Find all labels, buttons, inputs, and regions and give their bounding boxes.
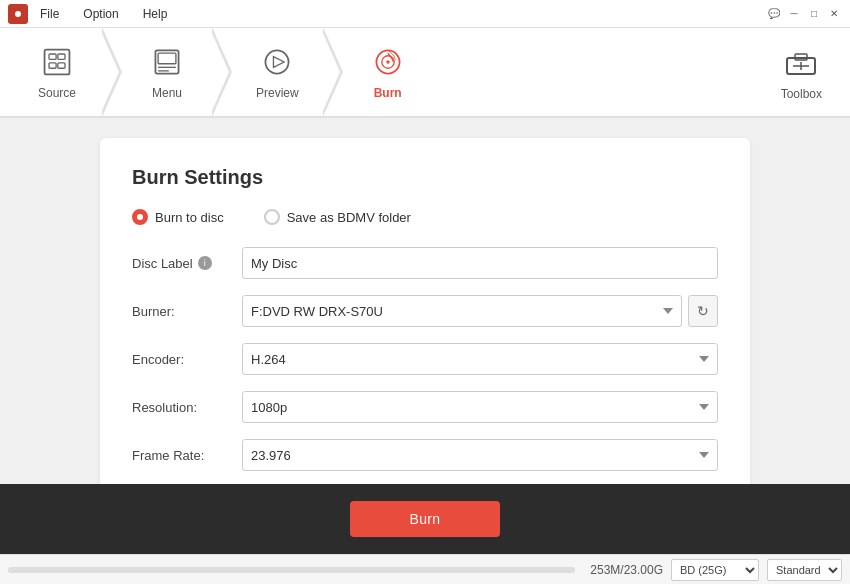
status-bar: 253M/23.00G BD (25G) DVD (4.7G) DVD (8.5… [0, 554, 850, 584]
burner-row: Burner: F:DVD RW DRX-S70U ↻ [132, 295, 718, 327]
progress-bar [8, 567, 575, 573]
svg-point-1 [15, 11, 21, 17]
menu-help[interactable]: Help [139, 5, 172, 23]
nav-step-burn[interactable]: Burn [343, 28, 433, 116]
burn-to-disc-label: Burn to disc [155, 210, 224, 225]
preview-icon [259, 44, 295, 80]
menu-label: Menu [152, 86, 182, 100]
burner-select[interactable]: F:DVD RW DRX-S70U [242, 295, 682, 327]
window-controls: 💬 ─ □ ✕ [766, 6, 842, 22]
menu-icon [149, 44, 185, 80]
chat-icon[interactable]: 💬 [766, 6, 782, 22]
svg-point-15 [386, 60, 390, 64]
disc-label-info-icon[interactable]: i [198, 256, 212, 270]
close-button[interactable]: ✕ [826, 6, 842, 22]
svg-rect-4 [58, 54, 65, 59]
settings-title: Burn Settings [132, 166, 718, 189]
frame-rate-row: Frame Rate: 23.976 24 25 29.97 30 [132, 439, 718, 471]
settings-card: Burn Settings Burn to disc Save as BDMV … [100, 138, 750, 484]
burn-mode-group: Burn to disc Save as BDMV folder [132, 209, 718, 225]
title-bar: File Option Help 💬 ─ □ ✕ [0, 0, 850, 28]
nav-step-menu[interactable]: Menu [122, 28, 212, 116]
arrow-3 [323, 27, 343, 117]
burn-to-disc-option[interactable]: Burn to disc [132, 209, 224, 225]
toolbox-icon [783, 44, 819, 83]
disc-label-row: Disc Label i [132, 247, 718, 279]
disc-label-input[interactable] [242, 247, 718, 279]
save-as-bdmv-radio[interactable] [264, 209, 280, 225]
frame-rate-label: Frame Rate: [132, 448, 242, 463]
disc-label-label: Disc Label i [132, 256, 242, 271]
resolution-row: Resolution: 1080p 720p 480p [132, 391, 718, 423]
save-as-bdmv-label: Save as BDMV folder [287, 210, 411, 225]
nav-toolbar: Source Menu [0, 28, 850, 118]
svg-rect-2 [45, 50, 70, 75]
svg-rect-7 [155, 50, 178, 73]
encoder-row: Encoder: H.264 H.265 MPEG-2 [132, 343, 718, 375]
toolbox-button[interactable]: Toolbox [765, 36, 838, 109]
nav-steps: Source Menu [12, 28, 765, 116]
save-as-bdmv-option[interactable]: Save as BDMV folder [264, 209, 411, 225]
preview-label: Preview [256, 86, 299, 100]
nav-step-source[interactable]: Source [12, 28, 102, 116]
quality-select[interactable]: Standard High Best [767, 559, 842, 581]
menu-option[interactable]: Option [79, 5, 122, 23]
burn-to-disc-radio[interactable] [132, 209, 148, 225]
action-bar: Burn [0, 484, 850, 554]
resolution-label: Resolution: [132, 400, 242, 415]
toolbox-label: Toolbox [781, 87, 822, 101]
burn-label: Burn [374, 86, 402, 100]
nav-step-preview[interactable]: Preview [232, 28, 323, 116]
burner-label: Burner: [132, 304, 242, 319]
menu-bar: File Option Help [36, 5, 766, 23]
arrow-2 [212, 27, 232, 117]
encoder-select[interactable]: H.264 H.265 MPEG-2 [242, 343, 718, 375]
svg-marker-12 [274, 57, 285, 68]
burn-button[interactable]: Burn [350, 501, 501, 537]
menu-file[interactable]: File [36, 5, 63, 23]
main-content: Burn Settings Burn to disc Save as BDMV … [0, 118, 850, 484]
maximize-button[interactable]: □ [806, 6, 822, 22]
source-icon [39, 44, 75, 80]
storage-text: 253M/23.00G [583, 563, 663, 577]
svg-rect-5 [49, 63, 56, 68]
source-label: Source [38, 86, 76, 100]
encoder-label: Encoder: [132, 352, 242, 367]
svg-rect-3 [49, 54, 56, 59]
minimize-button[interactable]: ─ [786, 6, 802, 22]
disc-type-select[interactable]: BD (25G) DVD (4.7G) DVD (8.5G) [671, 559, 759, 581]
svg-rect-6 [58, 63, 65, 68]
app-logo [8, 4, 28, 24]
burn-icon [370, 44, 406, 80]
arrow-1 [102, 27, 122, 117]
burner-select-wrap: F:DVD RW DRX-S70U ↻ [242, 295, 718, 327]
svg-rect-8 [158, 53, 176, 64]
refresh-burner-button[interactable]: ↻ [688, 295, 718, 327]
resolution-select[interactable]: 1080p 720p 480p [242, 391, 718, 423]
frame-rate-select[interactable]: 23.976 24 25 29.97 30 [242, 439, 718, 471]
